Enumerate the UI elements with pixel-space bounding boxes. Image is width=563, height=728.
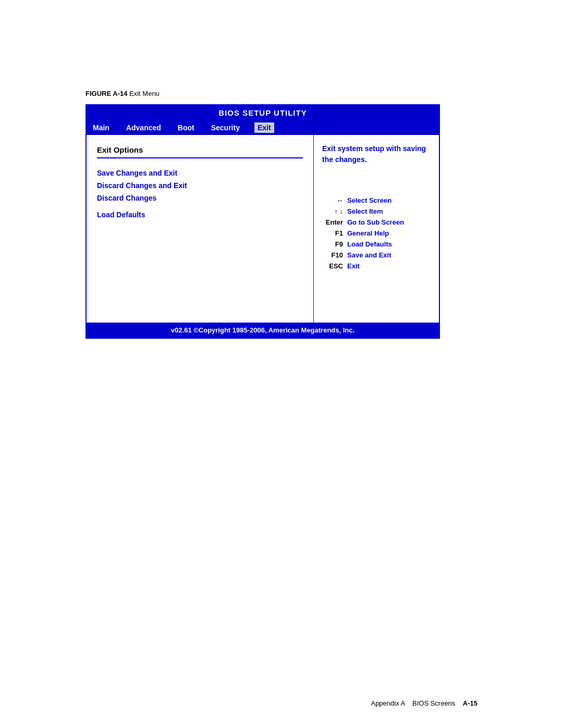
figure-label: FIGURE A-14 (85, 90, 127, 97)
key-f1: F1 (322, 229, 343, 237)
key-enter: Enter (322, 218, 343, 226)
option-save-changes-exit[interactable]: Save Changes and Exit (97, 169, 303, 177)
key-arrow-lr: ↔ (322, 196, 343, 204)
key-row-select-screen: ↔ Select Screen (322, 196, 431, 204)
key-help-table: ↔ Select Screen ↑ ↓ Select Item Enter Go… (322, 196, 431, 270)
figure-title: Exit Menu (129, 90, 160, 97)
left-panel: Exit Options Save Changes and Exit Disca… (87, 135, 314, 323)
menu-security[interactable]: Security (209, 122, 242, 133)
footer-page: A-15 (463, 699, 478, 707)
help-text: Exit system setup with saving the change… (322, 143, 431, 165)
menu-exit[interactable]: Exit (254, 122, 274, 133)
footer-section: BIOS Screens (412, 699, 455, 707)
key-desc-load-defaults: Load Defaults (347, 240, 392, 248)
key-esc: ESC (322, 262, 343, 270)
bios-title-bar: BIOS SETUP UTILITY (87, 105, 439, 120)
key-row-f10: F10 Save and Exit (322, 251, 431, 259)
key-row-sub-screen: Enter Go to Sub Screen (322, 218, 431, 226)
key-desc-select-screen: Select Screen (347, 196, 391, 204)
option-discard-changes-exit[interactable]: Discard Changes and Exit (97, 181, 303, 190)
bios-copyright: v02.61 ©Copyright 1985-2006, American Me… (171, 326, 354, 334)
option-discard-changes[interactable]: Discard Changes (97, 194, 303, 202)
key-desc-general-help: General Help (347, 229, 389, 237)
bios-window: BIOS SETUP UTILITY Main Advanced Boot Se… (85, 104, 440, 339)
footer-prefix: Appendix A (371, 699, 405, 707)
key-f9: F9 (322, 240, 343, 248)
key-arrow-ud: ↑ ↓ (322, 207, 343, 215)
option-load-defaults[interactable]: Load Defaults (97, 211, 303, 219)
menu-boot[interactable]: Boot (176, 122, 197, 133)
key-row-select-item: ↑ ↓ Select Item (322, 207, 431, 215)
section-title: Exit Options (97, 145, 303, 154)
key-desc-save-exit: Save and Exit (347, 251, 391, 259)
figure-caption: FIGURE A-14 Exit Menu (85, 90, 160, 97)
right-panel: Exit system setup with saving the change… (314, 135, 439, 323)
bios-title: BIOS SETUP UTILITY (218, 108, 307, 117)
menu-advanced[interactable]: Advanced (124, 122, 163, 133)
section-divider (97, 157, 303, 158)
page-footer: Appendix A BIOS Screens A-15 (371, 699, 478, 707)
page-container: FIGURE A-14 Exit Menu BIOS SETUP UTILITY… (0, 0, 563, 728)
key-desc-exit: Exit (347, 262, 360, 270)
key-desc-select-item: Select Item (347, 207, 383, 215)
key-f10: F10 (322, 251, 343, 259)
bios-content: Exit Options Save Changes and Exit Disca… (87, 135, 439, 323)
bios-menu-bar[interactable]: Main Advanced Boot Security Exit (87, 120, 439, 135)
key-row-f9: F9 Load Defaults (322, 240, 431, 248)
key-desc-sub-screen: Go to Sub Screen (347, 218, 404, 226)
key-row-esc: ESC Exit (322, 262, 431, 270)
key-row-f1: F1 General Help (322, 229, 431, 237)
bios-footer: v02.61 ©Copyright 1985-2006, American Me… (87, 323, 439, 338)
menu-main[interactable]: Main (91, 122, 112, 133)
